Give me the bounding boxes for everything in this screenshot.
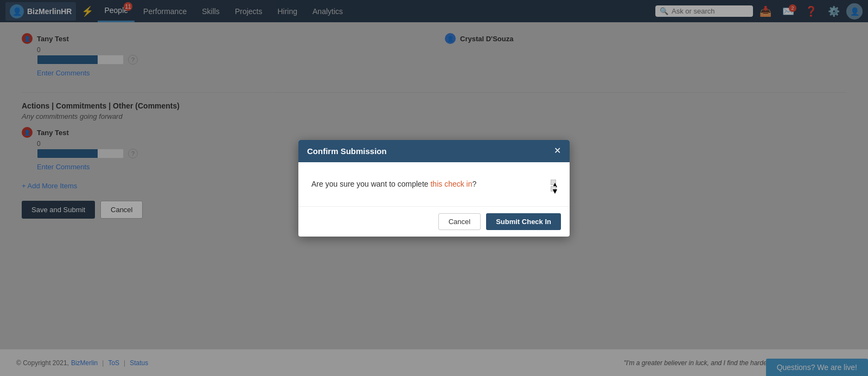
modal-submit-button[interactable]: Submit Check In — [486, 213, 561, 230]
modal-scrollbar: ▲ ▼ — [550, 179, 557, 195]
scroll-up-button[interactable]: ▲ — [551, 180, 556, 185]
modal-message-part2: ? — [473, 180, 477, 188]
modal-header: Confirm Submission ✕ — [298, 140, 570, 162]
modal-footer: Cancel Submit Check In — [298, 206, 570, 237]
modal-close-button[interactable]: ✕ — [554, 146, 561, 155]
modal-cancel-button[interactable]: Cancel — [438, 213, 481, 230]
modal-body-inner: Are you sure you want to complete this c… — [311, 179, 550, 195]
modal-message-highlight: this check in — [430, 180, 472, 188]
modal-message: Are you sure you want to complete this c… — [311, 179, 550, 190]
modal-overlay: Confirm Submission ✕ Are you sure you wa… — [0, 0, 868, 376]
confirm-modal: Confirm Submission ✕ Are you sure you wa… — [298, 140, 570, 237]
modal-message-part1: Are you sure you want to complete — [311, 180, 430, 188]
modal-body: Are you sure you want to complete this c… — [298, 162, 570, 206]
modal-title: Confirm Submission — [307, 146, 387, 156]
scroll-down-button[interactable]: ▼ — [551, 186, 556, 192]
